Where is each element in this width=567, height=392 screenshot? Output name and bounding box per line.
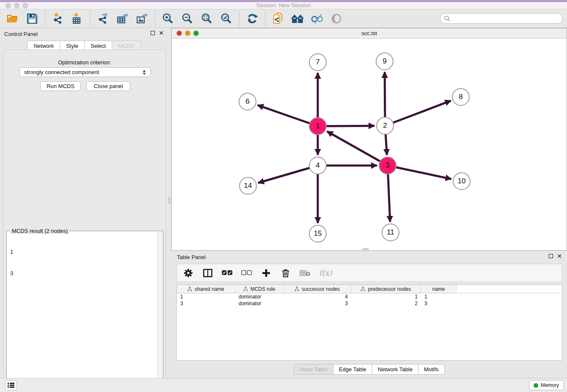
column-header-mcds-role[interactable]: MCDS role [235,285,284,293]
graph-node-9[interactable]: 9 [376,52,394,70]
column-header-successor-nodes[interactable]: successor nodes [284,285,351,293]
column-label: shared name [195,286,224,292]
cell-name: 3 [421,300,457,307]
optimization-criterion-label: Optimization criterion: [4,59,165,66]
window-accent-strip [0,0,567,2]
clone-network-icon[interactable] [271,12,285,25]
export-image-icon[interactable] [135,12,149,25]
graph-node-4[interactable]: 4 [309,157,327,174]
graph-node-14[interactable]: 14 [239,177,257,195]
cell-successor-nodes: 3 [284,300,351,307]
column-label: successor nodes [302,286,340,292]
column-label: MCDS role [250,286,275,292]
graph-node-3[interactable]: 3 [379,157,396,174]
graph-edge-2-8[interactable] [385,101,451,126]
save-session-icon[interactable] [25,12,39,25]
table-panel: Table Panel ✕ f(x) shared nam [171,252,567,378]
horizontal-splitter-grip[interactable] [363,248,369,251]
window-title: Session: New Session [0,2,567,8]
result-scrollbar[interactable] [157,231,163,391]
graph-edge-4-14[interactable] [258,166,318,183]
criterion-value: strongly connected component [24,69,99,75]
memory-button[interactable]: Memory [529,380,564,390]
task-history-button[interactable] [5,380,17,390]
delete-table-icon[interactable] [300,268,311,279]
graph-edge-1-6[interactable] [258,105,318,126]
delete-column-icon[interactable] [280,268,291,279]
run-mcds-button[interactable]: Run MCDS [40,81,81,91]
import-network-icon[interactable] [51,12,65,25]
graph-node-6[interactable]: 6 [239,93,256,110]
graph-node-11[interactable]: 11 [382,224,399,241]
search-box[interactable] [440,13,563,24]
column-header-name[interactable]: name [421,285,457,293]
function-builder-icon[interactable]: f(x) [319,268,332,279]
export-table-icon[interactable] [116,12,129,25]
hide-panel-icon[interactable] [310,12,324,25]
table-panel-close-icon[interactable]: ✕ [557,254,562,258]
status-bar: Memory [0,378,567,392]
zoom-in-icon[interactable] [161,12,175,25]
tab-edge-table[interactable]: Edge Table [333,364,372,375]
tab-node-table[interactable]: Node Table [294,364,333,375]
import-table-icon[interactable] [71,12,84,25]
task-list-icon [8,382,14,388]
vertical-splitter-grip[interactable] [168,197,171,203]
graph-node-2[interactable]: 2 [376,117,394,135]
network-view-window: × − + scc.txt 7968124314101511 [171,28,567,251]
zoom-selected-icon[interactable] [220,12,233,25]
home-icon[interactable] [291,12,304,25]
select-all-columns-icon[interactable] [222,268,233,279]
graph-node-1[interactable]: 1 [309,117,327,135]
add-column-icon[interactable] [261,268,272,279]
network-canvas[interactable]: 7968124314101511 [172,39,567,250]
vertical-splitter[interactable] [168,28,171,378]
tab-network-table[interactable]: Network Table [372,364,418,375]
table-panel-float-button[interactable] [549,254,553,258]
column-type-icon [361,287,365,291]
export-network-icon[interactable] [96,12,110,25]
table-row[interactable]: 1 dominator 4 1 1 [177,293,562,300]
apply-layout-icon[interactable] [245,12,259,25]
zoom-fit-icon[interactable] [200,12,214,25]
mcds-result-item[interactable]: 3 [10,270,22,277]
graph-node-8[interactable]: 8 [452,88,470,106]
memory-label: Memory [541,382,559,388]
fx-label: f(x) [319,268,332,277]
graph-edge-3-1[interactable] [327,131,388,166]
control-panel-title: Control Panel [4,31,38,37]
control-panel-close-icon[interactable]: ✕ [159,31,164,35]
column-header-shared-name[interactable]: shared name [177,285,235,293]
graph-edge-3-10[interactable] [388,166,451,179]
mcds-result-list[interactable]: 1 3 [7,233,26,292]
column-header-predecessor-nodes[interactable]: predecessor nodes [351,285,421,293]
search-icon [444,15,451,22]
open-session-icon[interactable] [6,12,19,25]
table-row[interactable]: 3 dominator 3 2 3 [177,300,562,307]
criterion-select[interactable]: strongly connected component [19,67,151,77]
birdseye-icon[interactable] [330,12,343,25]
tab-motifs[interactable]: Motifs [418,364,445,375]
mcds-result-item[interactable]: 1 [10,248,22,255]
cell-mcds-role: dominator [235,300,284,307]
graph-node-15[interactable]: 15 [309,225,327,243]
column-label: predecessor nodes [368,286,411,292]
zoom-out-icon[interactable] [181,12,194,25]
column-label: name [432,286,445,292]
cell-shared-name: 3 [177,300,235,307]
column-type-icon [187,287,192,291]
cell-predecessor-nodes: 1 [351,293,421,300]
cell-shared-name: 1 [177,293,235,300]
node-table-header: shared name MCDS role successor nodes pr… [177,285,562,293]
graph-node-7[interactable]: 7 [309,53,327,71]
table-toolbar: f(x) [176,264,562,282]
table-settings-icon[interactable] [183,268,194,279]
cell-mcds-role: dominator [235,293,284,300]
search-input[interactable] [451,14,562,23]
close-panel-button[interactable]: Close panel [86,81,130,91]
cell-predecessor-nodes: 2 [351,300,421,307]
control-panel-float-button[interactable] [151,31,155,35]
split-view-icon[interactable] [202,268,213,279]
deselect-all-columns-icon[interactable] [241,268,252,279]
graph-node-10[interactable]: 10 [453,172,471,190]
